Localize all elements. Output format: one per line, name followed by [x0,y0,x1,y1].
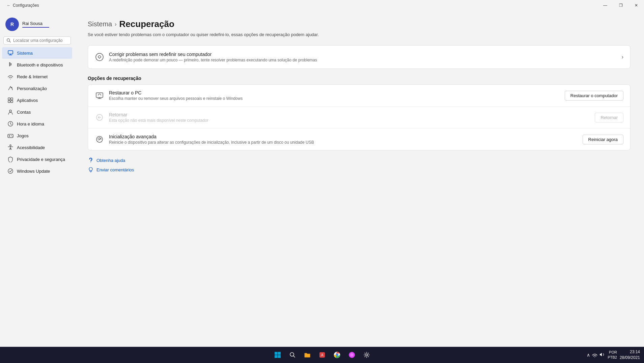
breadcrumb-current: Recuperação [119,19,174,29]
breadcrumb-separator: › [115,21,116,27]
sistema-icon [7,50,13,56]
taskbar-explorer-button[interactable] [301,348,314,362]
svg-point-26 [89,167,92,171]
back-button[interactable]: ← Configurações [4,2,41,9]
svg-point-38 [350,353,354,357]
lang-display: POR PTB2 [608,350,617,360]
sidebar-item-windowsupdate[interactable]: Windows Update [2,165,72,177]
titlebar-title: Configurações [13,3,39,8]
svg-rect-29 [275,355,278,358]
fix-text: Corrigir problemas sem redefinir seu com… [109,52,617,62]
retornar-button: Retornar [595,113,623,122]
comentarios-icon [88,167,94,173]
recovery-options: Restaurar o PC Escolha manter ou remover… [88,84,631,150]
back-arrow-icon: ← [7,3,11,8]
minimize-button[interactable]: — [597,0,613,11]
taskbar-settings-icon [363,352,370,358]
personalizacao-icon [7,85,13,91]
sidebar-item-personalizacao[interactable]: Personalização [2,83,72,94]
svg-line-32 [293,356,295,358]
svg-point-40 [594,357,595,357]
privacidade-icon [7,156,13,162]
taskbar-app1-button[interactable]: A [315,348,329,362]
sidebar-item-label-aplicativos: Aplicativos [17,98,38,103]
breadcrumb-parent[interactable]: Sistema [88,20,112,28]
inicializacao-button[interactable]: Reiniciar agora [583,135,623,144]
taskbar-search-icon [289,352,296,358]
fix-item[interactable]: Corrigir problemas sem redefinir seu com… [88,46,630,68]
taskbar-settings-button[interactable] [360,348,373,362]
links-section: Obtenha ajuda Enviar comentários [88,157,631,173]
maximize-button[interactable]: ❐ [613,0,628,11]
sidebar-item-label-jogos: Jogos [17,133,29,138]
date-display: 28/09/2021 [620,355,640,361]
titlebar: ← Configurações — ❐ ✕ [0,0,644,11]
main-content: Sistema › Recuperação Se você estiver te… [74,11,644,347]
chevron-up-icon[interactable]: ∧ [587,352,590,358]
bluetooth-icon [7,62,13,68]
windowsupdate-icon [7,168,13,174]
retornar-icon [95,113,104,122]
svg-point-18 [8,169,13,173]
sidebar-item-label-hora: Hora e idioma [17,121,44,127]
sidebar-item-hora[interactable]: Hora e idioma [2,118,72,130]
taskbar-app2-button[interactable] [345,348,359,362]
windows-logo-icon [274,352,281,358]
sidebar-item-sistema[interactable]: Sistema [2,47,72,59]
start-button[interactable] [271,348,284,362]
taskbar-search-button[interactable] [286,348,299,362]
app1-icon: A [319,352,326,358]
recovery-subtitle-retornar: Esta opção não está mais disponível nest… [109,118,590,123]
sidebar-item-bluetooth[interactable]: Bluetooth e dispositivos [2,59,72,71]
jogos-icon [7,133,13,139]
chrome-icon [334,352,340,358]
svg-rect-8 [8,101,10,103]
recovery-item-restaurar: Restaurar o PC Escolha manter ou remover… [88,85,630,107]
search-box[interactable] [3,36,71,45]
svg-point-10 [9,110,11,112]
acessibilidade-icon [7,144,13,150]
explorer-icon [304,352,311,358]
clock-section: POR PTB2 [608,350,617,360]
svg-point-15 [11,135,12,136]
svg-point-5 [10,79,11,79]
close-button[interactable]: ✕ [628,0,644,11]
search-input[interactable] [13,38,68,43]
network-icon [592,352,597,358]
recovery-title-retornar: Retornar [109,112,590,117]
svg-rect-9 [11,101,13,103]
sidebar-item-jogos[interactable]: Jogos [2,130,72,141]
recovery-subtitle-inicializacao: Reinicie o dispositivo para alterar as c… [109,140,578,145]
sidebar-item-rede[interactable]: Rede & Internet [2,71,72,82]
recovery-section-label: Opções de recuperação [88,76,631,81]
svg-rect-7 [11,98,13,100]
volume-icon[interactable] [599,352,605,358]
ajuda-link[interactable]: Obtenha ajuda [88,157,631,163]
comentarios-link[interactable]: Enviar comentários [88,167,631,173]
sidebar-item-label-bluetooth: Bluetooth e dispositivos [17,62,63,67]
taskbar-center: A [271,348,373,362]
user-underline [22,27,49,28]
rede-icon [7,74,13,80]
taskbar-chrome-button[interactable] [330,348,344,362]
svg-rect-6 [8,98,10,100]
fix-subtitle: A redefinição pode demorar um pouco — pr… [109,58,617,62]
sidebar-item-contas[interactable]: Contas [2,106,72,118]
sidebar-item-label-contas: Contas [17,110,31,115]
restaurar-button[interactable]: Restaurar o computador [565,91,623,101]
hora-icon [7,121,13,127]
ajuda-icon [88,157,94,163]
datetime-section: 23:14 28/09/2021 [620,349,640,361]
sidebar-item-privacidade[interactable]: Privacidade e segurança [2,153,72,165]
sidebar-item-acessibilidade[interactable]: Acessibilidade [2,142,72,153]
window-controls: — ❐ ✕ [597,0,644,11]
sidebar: R Rai Sousa [0,11,74,347]
recovery-text-retornar: Retornar Esta opção não está mais dispon… [109,112,590,123]
sidebar-item-label-privacidade: Privacidade e segurança [17,157,65,162]
svg-point-19 [96,53,103,61]
sidebar-item-aplicativos[interactable]: Aplicativos [2,94,72,106]
recovery-item-retornar: Retornar Esta opção não está mais dispon… [88,107,630,129]
svg-text:A: A [321,353,323,357]
inicializacao-icon [95,135,104,144]
taskbar: A [0,347,644,363]
